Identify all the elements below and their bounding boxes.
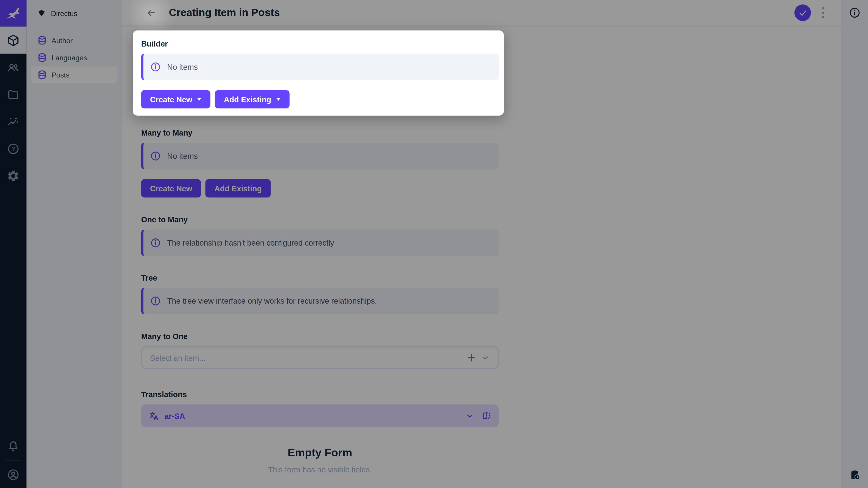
builder-field-card: Builder No items Create New — [133, 31, 504, 116]
builder-actions: Create New Add Existing — [141, 90, 499, 108]
button-label: Create New — [150, 95, 192, 104]
notice-text: No items — [167, 63, 198, 71]
create-new-button[interactable]: Create New — [141, 90, 211, 108]
notice: No items — [141, 54, 499, 80]
dropdown-caret-icon — [197, 98, 202, 101]
info-icon — [150, 61, 161, 72]
directus-app: ? — [0, 0, 868, 488]
add-existing-button[interactable]: Add Existing — [215, 90, 289, 108]
button-label: Add Existing — [224, 95, 271, 104]
field-label-builder: Builder — [141, 39, 499, 48]
dropdown-caret-icon — [276, 98, 281, 101]
